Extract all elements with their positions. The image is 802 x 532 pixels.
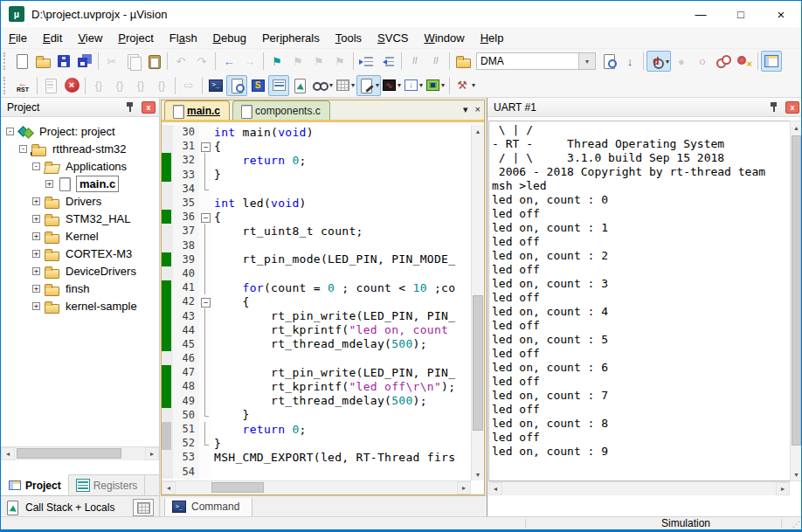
system-viewer-button[interactable]: ▾ — [425, 75, 446, 96]
save-button[interactable] — [53, 51, 74, 72]
navigate-back-button[interactable]: ← — [218, 51, 239, 72]
menu-tools[interactable]: Tools — [328, 29, 370, 47]
indent-button[interactable] — [356, 51, 377, 72]
close-button[interactable]: × — [761, 1, 801, 27]
tree-item-cortex-m3[interactable]: +CORTEX-M3 — [1, 245, 159, 262]
dropdown-arrow-icon[interactable]: ▾ — [419, 81, 423, 89]
uart-output[interactable]: \ | /- RT - Thread Operating System / | … — [488, 121, 790, 481]
scroll-down-icon[interactable]: ▼ — [472, 468, 484, 480]
document-list-icon[interactable]: ▾ — [463, 104, 468, 115]
editor-tab-components-c[interactable]: components.c — [232, 100, 330, 120]
scrollbar-thumb[interactable] — [473, 295, 483, 431]
save-all-button[interactable] — [74, 51, 95, 72]
menu-help[interactable]: Help — [473, 29, 512, 47]
collapse-icon[interactable]: - — [19, 145, 27, 153]
menu-edit[interactable]: Edit — [35, 29, 70, 47]
collapse-icon[interactable]: - — [6, 128, 14, 135]
tree-item-project-project[interactable]: -Project: project — [1, 122, 159, 140]
debug-restore-views-button[interactable] — [226, 75, 247, 96]
pin-icon[interactable] — [766, 100, 782, 115]
find-in-files-button[interactable] — [453, 51, 474, 72]
fold-collapse-icon[interactable] — [199, 294, 211, 308]
debug-tools-button[interactable]: ⚒▾ — [453, 75, 477, 96]
serial-window-button[interactable]: ▾ — [356, 75, 381, 96]
dropdown-arrow-icon[interactable]: ▾ — [376, 81, 379, 89]
scroll-up-icon[interactable]: ▲ — [791, 121, 802, 134]
editor-vscrollbar[interactable]: ▲ ▼ — [471, 125, 484, 480]
watch-window-button[interactable]: ▾ — [310, 75, 335, 96]
project-panel-close-icon[interactable]: x — [142, 101, 156, 114]
tree-item-kernel[interactable]: +Kernel — [1, 227, 159, 245]
incremental-find-button[interactable]: ↓ — [619, 51, 640, 72]
editor-tab-main-c[interactable]: main.c — [164, 100, 230, 120]
trace-window-button[interactable]: ↓▾ — [403, 75, 425, 96]
tree-item-main-c[interactable]: +main.c — [1, 175, 159, 192]
reset-button[interactable]: RST — [11, 75, 34, 96]
scroll-down-icon[interactable]: ▼ — [791, 468, 802, 480]
expand-icon[interactable]: + — [32, 250, 40, 258]
menu-view[interactable]: View — [70, 29, 110, 47]
fold-collapse-icon[interactable] — [199, 139, 211, 153]
tree-item-drivers[interactable]: +Drivers — [1, 192, 159, 210]
call-stack-window-button[interactable] — [289, 75, 310, 96]
project-tree-hscrollbar[interactable]: ◂ ▸ — [1, 446, 159, 460]
scroll-right-icon[interactable]: ▸ — [776, 482, 790, 495]
menu-peripherals[interactable]: Peripherals — [254, 29, 328, 47]
editor-hscrollbar[interactable]: ◂ ▸ — [162, 480, 471, 494]
menu-project[interactable]: Project — [110, 29, 161, 47]
menu-flash[interactable]: Flash — [162, 29, 205, 47]
new-file-button[interactable] — [11, 51, 32, 72]
find-combo-dropdown-icon[interactable]: ▾ — [579, 52, 596, 70]
expand-icon[interactable]: + — [32, 285, 40, 293]
expand-icon[interactable]: + — [32, 267, 40, 275]
scroll-up-icon[interactable]: ▲ — [472, 125, 484, 137]
disassembly-window-button[interactable]: S — [247, 75, 268, 96]
menu-svcs[interactable]: SVCS — [370, 29, 416, 47]
pin-icon[interactable] — [122, 100, 138, 115]
analysis-window-button[interactable]: ∿▾ — [381, 75, 403, 96]
uart-hscrollbar[interactable]: ◂ ▸ — [488, 481, 790, 495]
tree-item-stm32-hal[interactable]: +STM32_HAL — [1, 210, 159, 227]
stop-debug-button[interactable]: × — [61, 75, 82, 96]
kill-all-breakpoints-button[interactable] — [734, 51, 755, 72]
tab-registers[interactable]: Registers — [69, 475, 146, 495]
uart-panel-close-icon[interactable]: x — [785, 101, 799, 114]
uart-vscrollbar[interactable]: ▲ ▼ — [790, 121, 802, 481]
collapse-icon[interactable]: - — [32, 162, 40, 170]
dropdown-arrow-icon[interactable]: ▾ — [666, 58, 669, 66]
expand-icon[interactable]: + — [45, 180, 53, 188]
find-input[interactable] — [476, 52, 579, 70]
command-tab[interactable]: >_ Command — [164, 498, 252, 517]
document-close-icon[interactable]: × — [475, 104, 481, 115]
project-window-toggle-button[interactable] — [761, 51, 782, 72]
toolbar-grip[interactable] — [3, 52, 7, 70]
scroll-left-icon[interactable]: ◂ — [1, 447, 15, 460]
dropdown-arrow-icon[interactable]: ▾ — [398, 81, 401, 89]
dropdown-arrow-icon[interactable]: ▾ — [472, 81, 475, 89]
insert-bookmark-button[interactable]: ⚑ — [266, 51, 287, 72]
find-in-files-dialog-button[interactable] — [598, 51, 619, 72]
dropdown-arrow-icon[interactable]: ▾ — [351, 81, 355, 89]
tree-item-finsh[interactable]: +finsh — [1, 280, 159, 297]
toolbar-grip[interactable] — [3, 77, 7, 94]
symbols-window-button[interactable] — [268, 75, 289, 96]
dropdown-arrow-icon[interactable]: ▾ — [441, 81, 445, 89]
dropdown-arrow-icon[interactable]: ▾ — [329, 81, 333, 89]
expand-icon[interactable]: + — [32, 197, 40, 205]
menu-debug[interactable]: Debug — [205, 29, 254, 47]
menu-window[interactable]: Window — [416, 29, 472, 47]
code-editor-area[interactable]: 30int main(void)31{32 return 0;33}3435in… — [162, 125, 471, 480]
scroll-right-icon[interactable]: ▸ — [145, 447, 159, 460]
maximize-button[interactable]: □ — [721, 1, 761, 27]
expand-icon[interactable]: + — [32, 232, 40, 240]
start-stop-debug-button[interactable]: d▾ — [646, 51, 671, 72]
menu-file[interactable]: File — [1, 29, 35, 47]
tab-project[interactable]: Project — [1, 474, 69, 495]
call-stack-bar[interactable]: Call Stack + Locals — [1, 495, 160, 518]
unindent-button[interactable] — [377, 51, 398, 72]
memory-window-button[interactable]: ▾ — [335, 75, 356, 96]
tree-item-applications[interactable]: -Applications — [1, 157, 159, 175]
tree-item-kernel-sample[interactable]: +kernel-sample — [1, 297, 159, 314]
expand-icon[interactable]: + — [32, 215, 40, 223]
enable-breakpoint-button[interactable]: ○ — [692, 51, 713, 72]
